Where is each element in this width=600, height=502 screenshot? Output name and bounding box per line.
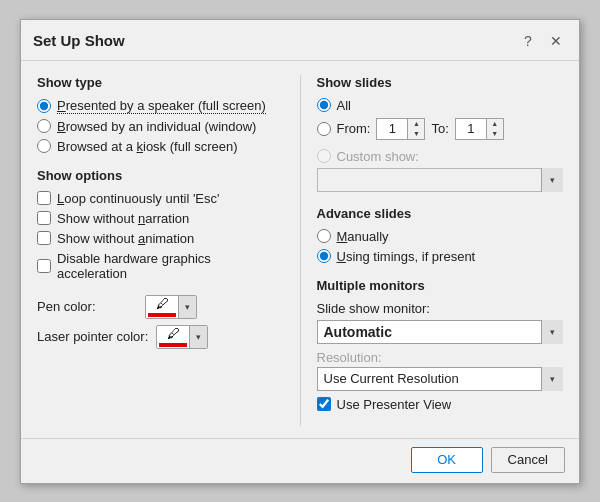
custom-show-row: Custom show: ▾ <box>317 149 564 192</box>
chk-narration[interactable] <box>37 211 51 225</box>
setup-show-dialog: Set Up Show ? ✕ Show type Presented by a… <box>20 19 580 484</box>
presenter-view-row: Use Presenter View <box>317 397 564 412</box>
radio-custom-item[interactable]: Custom show: <box>317 149 564 164</box>
pen-color-swatch: 🖊 <box>146 296 178 318</box>
chk-animation-item[interactable]: Show without animation <box>37 231 284 246</box>
help-button[interactable]: ? <box>517 30 539 52</box>
right-column: Show slides All From: ▲ ▼ <box>301 75 564 426</box>
radio-timings-label: Using timings, if present <box>337 249 476 264</box>
chk-narration-item[interactable]: Show without narration <box>37 211 284 226</box>
show-options-section: Show options Loop continuously until 'Es… <box>37 168 284 281</box>
chk-animation[interactable] <box>37 231 51 245</box>
radio-custom-label: Custom show: <box>337 149 419 164</box>
radio-kiosk-label: Browsed at a kiosk (full screen) <box>57 139 238 154</box>
radio-speaker-label: Presented by a speaker (full screen) <box>57 98 266 114</box>
to-spinner: ▲ ▼ <box>455 118 504 140</box>
chk-graphics[interactable] <box>37 259 51 273</box>
advance-slides-radio-group: Manually Using timings, if present <box>317 229 564 264</box>
show-slides-section: Show slides All From: ▲ ▼ <box>317 75 564 192</box>
from-input[interactable] <box>377 119 407 139</box>
to-spinner-btns: ▲ ▼ <box>486 119 503 139</box>
from-spinner: ▲ ▼ <box>376 118 425 140</box>
show-options-title: Show options <box>37 168 284 183</box>
dialog-body: Show type Presented by a speaker (full s… <box>21 61 579 438</box>
to-input[interactable] <box>456 119 486 139</box>
laser-pointer-row: Laser pointer color: 🖊 ▾ <box>37 325 284 349</box>
laser-color-swatch: 🖊 <box>157 326 189 348</box>
left-column: Show type Presented by a speaker (full s… <box>37 75 301 426</box>
laser-color-arrow[interactable]: ▾ <box>189 326 207 348</box>
ok-button[interactable]: OK <box>411 447 483 473</box>
radio-kiosk[interactable] <box>37 139 51 153</box>
slide-show-monitor-label: Slide show monitor: <box>317 301 564 316</box>
title-bar-buttons: ? ✕ <box>517 30 567 52</box>
advance-slides-title: Advance slides <box>317 206 564 221</box>
pen-color-arrow[interactable]: ▾ <box>178 296 196 318</box>
to-spin-down[interactable]: ▼ <box>487 129 503 139</box>
multiple-monitors-section: Multiple monitors Slide show monitor: Au… <box>317 278 564 412</box>
dialog-footer: OK Cancel <box>21 438 579 483</box>
close-button[interactable]: ✕ <box>545 30 567 52</box>
radio-manually[interactable] <box>317 229 331 243</box>
show-slides-title: Show slides <box>317 75 564 90</box>
presenter-view-label: Use Presenter View <box>337 397 452 412</box>
pen-color-bar <box>148 313 176 317</box>
show-type-title: Show type <box>37 75 284 90</box>
radio-all-item[interactable]: All <box>317 98 564 113</box>
chk-loop-item[interactable]: Loop continuously until 'Esc' <box>37 191 284 206</box>
advance-slides-section: Advance slides Manually Using timings, i… <box>317 206 564 264</box>
chk-loop[interactable] <box>37 191 51 205</box>
pen-color-label: Pen color: <box>37 299 137 314</box>
radio-item-individual[interactable]: Browsed by an individual (window) <box>37 119 284 134</box>
pen-color-row: Pen color: 🖊 ▾ <box>37 295 284 319</box>
to-label: To: <box>431 121 448 136</box>
show-options-checkboxes: Loop continuously until 'Esc' Show witho… <box>37 191 284 281</box>
chk-graphics-label: Disable hardware graphics acceleration <box>57 251 284 281</box>
radio-individual-label: Browsed by an individual (window) <box>57 119 256 134</box>
resolution-select-wrap: Use Current Resolution ▾ <box>317 367 564 391</box>
multiple-monitors-title: Multiple monitors <box>317 278 564 293</box>
radio-from-label: From: <box>337 121 371 136</box>
resolution-select-inner: Use Current Resolution ▾ <box>317 367 564 391</box>
chk-graphics-item[interactable]: Disable hardware graphics acceleration <box>37 251 284 281</box>
radio-custom[interactable] <box>317 149 331 163</box>
radio-manually-label: Manually <box>337 229 389 244</box>
monitor-select-inner: Automatic Primary Monitor ▾ <box>317 320 564 344</box>
from-spin-down[interactable]: ▼ <box>408 129 424 139</box>
show-slides-radio-group: All From: ▲ ▼ To: <box>317 98 564 192</box>
resolution-select[interactable]: Use Current Resolution <box>317 367 564 391</box>
custom-show-select[interactable] <box>317 168 564 192</box>
pen-color-button[interactable]: 🖊 ▾ <box>145 295 197 319</box>
radio-item-speaker[interactable]: Presented by a speaker (full screen) <box>37 98 284 114</box>
radio-from-item[interactable]: From: ▲ ▼ To: ▲ <box>317 118 564 140</box>
radio-timings[interactable] <box>317 249 331 263</box>
radio-from[interactable] <box>317 122 331 136</box>
resolution-label: Resolution: <box>317 350 564 365</box>
dialog-title: Set Up Show <box>33 32 125 49</box>
chk-animation-label: Show without animation <box>57 231 194 246</box>
show-type-radio-group: Presented by a speaker (full screen) Bro… <box>37 98 284 154</box>
cancel-button[interactable]: Cancel <box>491 447 565 473</box>
title-bar: Set Up Show ? ✕ <box>21 20 579 61</box>
radio-speaker[interactable] <box>37 99 51 113</box>
to-spin-up[interactable]: ▲ <box>487 119 503 129</box>
chk-loop-label: Loop continuously until 'Esc' <box>57 191 220 206</box>
monitor-select[interactable]: Automatic Primary Monitor <box>317 320 564 344</box>
radio-all-label: All <box>337 98 351 113</box>
radio-all[interactable] <box>317 98 331 112</box>
laser-pointer-label: Laser pointer color: <box>37 329 148 344</box>
chk-narration-label: Show without narration <box>57 211 189 226</box>
radio-item-kiosk[interactable]: Browsed at a kiosk (full screen) <box>37 139 284 154</box>
radio-timings-item[interactable]: Using timings, if present <box>317 249 564 264</box>
laser-color-button[interactable]: 🖊 ▾ <box>156 325 208 349</box>
laser-color-bar <box>159 343 187 347</box>
show-type-section: Show type Presented by a speaker (full s… <box>37 75 284 154</box>
presenter-view-checkbox[interactable] <box>317 397 331 411</box>
radio-manually-item[interactable]: Manually <box>317 229 564 244</box>
from-spin-up[interactable]: ▲ <box>408 119 424 129</box>
monitor-select-wrap: Automatic Primary Monitor ▾ <box>317 320 564 344</box>
radio-individual[interactable] <box>37 119 51 133</box>
from-spinner-btns: ▲ ▼ <box>407 119 424 139</box>
custom-show-select-wrap: ▾ <box>317 168 564 192</box>
